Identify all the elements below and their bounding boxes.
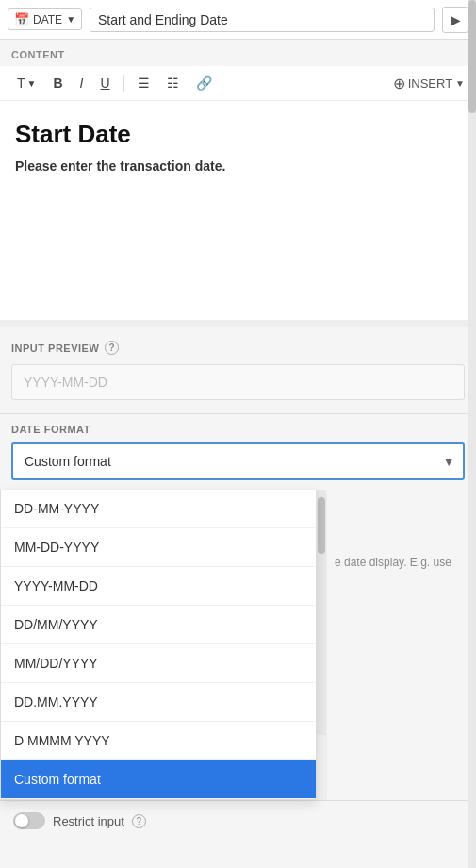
- dropdown-option-dd-slash-mm-yyyy[interactable]: DD/MM/YYYY: [1, 606, 316, 644]
- page-scrollbar[interactable]: [468, 0, 476, 868]
- dropdown-option-d-mmmm-yyyy[interactable]: D MMMM YYYY: [1, 722, 316, 760]
- right-panel-snippet: e date display. E.g. use: [326, 490, 476, 800]
- insert-chevron-icon: ▼: [455, 78, 465, 89]
- page-wrapper: 📅 DATE ▼ ▶ CONTENT T ▼ B I U ☰ ☷: [0, 0, 476, 868]
- restrict-input-help-icon[interactable]: ?: [132, 814, 146, 828]
- spacer: [0, 841, 476, 868]
- date-badge[interactable]: 📅 DATE ▼: [8, 8, 82, 30]
- page-scrollbar-thumb: [468, 0, 476, 113]
- dropdown-options-list: DD-MM-YYYY MM-DD-YYYY YYYY-MM-DD DD/MM/Y…: [0, 490, 317, 800]
- text-size-button[interactable]: T ▼: [11, 72, 41, 94]
- dropdown-option-mm-slash-dd-yyyy[interactable]: MM/DD/YYYY: [1, 644, 316, 683]
- bold-button[interactable]: B: [47, 72, 68, 94]
- dropdown-scrollbar-thumb: [318, 497, 325, 554]
- dropdown-option-mm-dd-yyyy[interactable]: MM-DD-YYYY: [1, 528, 316, 567]
- dropdown-option-dd-mm-yyyy[interactable]: DD-MM-YYYY: [1, 490, 316, 528]
- text-size-chevron-icon: ▼: [27, 78, 37, 89]
- italic-label: I: [80, 75, 84, 91]
- content-section-label: CONTENT: [0, 40, 476, 66]
- dropdown-option-yyyy-mm-dd[interactable]: YYYY-MM-DD: [1, 567, 316, 606]
- insert-button[interactable]: ⊕ INSERT ▼: [393, 75, 465, 92]
- italic-button[interactable]: I: [74, 72, 90, 94]
- dropdown-option-custom-format[interactable]: Custom format: [1, 760, 316, 799]
- underline-button[interactable]: U: [94, 72, 115, 94]
- toolbar-separator-1: [123, 75, 124, 92]
- toolbar: T ▼ B I U ☰ ☷ 🔗 ⊕ INSERT ▼: [0, 66, 476, 101]
- input-preview-section: INPUT PREVIEW ? YYYY-MM-DD: [0, 327, 476, 414]
- arrow-right-icon: ▶: [451, 12, 461, 27]
- insert-label: INSERT: [408, 76, 452, 91]
- content-subtext: Please enter the transaction date.: [15, 159, 461, 174]
- content-area[interactable]: Start Date Please enter the transaction …: [0, 101, 476, 327]
- date-format-select[interactable]: DD-MM-YYYY MM-DD-YYYY YYYY-MM-DD DD/MM/Y…: [11, 442, 465, 480]
- dropdown-scrollbar[interactable]: [317, 490, 326, 735]
- content-heading: Start Date: [15, 120, 461, 149]
- dropdown-container: DD-MM-YYYY MM-DD-YYYY YYYY-MM-DD DD/MM/Y…: [0, 490, 476, 800]
- underline-label: U: [100, 75, 109, 91]
- chevron-down-icon: ▼: [66, 14, 75, 25]
- bullet-list-icon: ☰: [138, 75, 150, 91]
- input-preview-help-icon[interactable]: ?: [105, 341, 119, 355]
- calendar-icon: 📅: [14, 12, 29, 26]
- insert-plus-icon: ⊕: [393, 75, 405, 92]
- format-select-wrapper: DD-MM-YYYY MM-DD-YYYY YYYY-MM-DD DD/MM/Y…: [11, 442, 465, 480]
- date-format-section: DATE FORMAT DD-MM-YYYY MM-DD-YYYY YYYY-M…: [0, 414, 476, 490]
- link-icon: 🔗: [196, 75, 212, 91]
- date-badge-label: DATE: [33, 13, 62, 26]
- restrict-input-toggle[interactable]: [13, 812, 45, 829]
- restrict-input-label: Restrict input: [53, 814, 124, 828]
- restrict-input-row: Restrict input ?: [0, 800, 476, 841]
- bold-label: B: [53, 75, 62, 91]
- toggle-thumb: [15, 814, 28, 827]
- text-size-label: T: [17, 75, 25, 91]
- dropdown-option-dd-dot-mm-yyyy[interactable]: DD.MM.YYYY: [1, 683, 316, 722]
- input-preview-label: INPUT PREVIEW ?: [11, 341, 465, 355]
- ordered-list-icon: ☷: [167, 75, 179, 91]
- title-input[interactable]: [90, 8, 435, 32]
- preview-input: YYYY-MM-DD: [11, 364, 465, 400]
- bullet-list-button[interactable]: ☰: [132, 72, 156, 94]
- link-button[interactable]: 🔗: [190, 72, 218, 94]
- ordered-list-button[interactable]: ☷: [161, 72, 185, 94]
- date-format-label: DATE FORMAT: [11, 424, 465, 435]
- next-arrow-button[interactable]: ▶: [442, 7, 468, 33]
- header-bar: 📅 DATE ▼ ▶: [0, 0, 476, 40]
